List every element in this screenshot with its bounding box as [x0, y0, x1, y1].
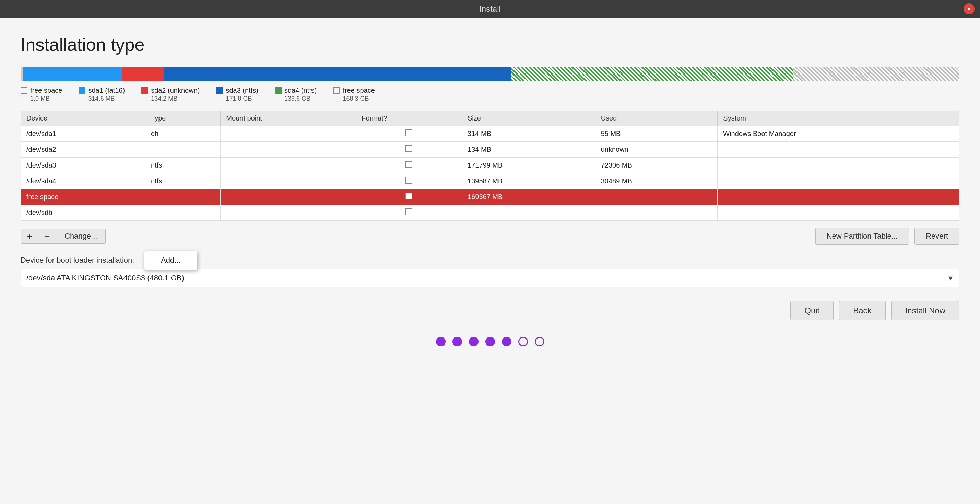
legend-item-free1: free space 1.0 MB — [21, 86, 62, 102]
table-col-device: Device — [21, 111, 145, 126]
progress-dots — [21, 337, 959, 346]
format-checkbox[interactable] — [406, 161, 412, 168]
table-col-mountpoint: Mount point — [221, 111, 356, 126]
legend-item-sda2: sda2 (unknown) 134.2 MB — [141, 86, 200, 102]
table-row[interactable]: /dev/sda4ntfs139587 MB30489 MB — [21, 173, 959, 189]
context-menu: Add... — [144, 250, 197, 270]
titlebar: Install × — [0, 0, 980, 18]
back-button[interactable]: Back — [839, 301, 885, 320]
format-checkbox[interactable] — [406, 129, 412, 136]
table-col-size: Size — [462, 111, 595, 126]
progress-dot-3 — [469, 337, 479, 346]
nav-buttons: Quit Back Install Now — [21, 301, 959, 320]
legend-item-sda1: sda1 (fat16) 314.6 MB — [78, 86, 125, 102]
progress-dot-1 — [436, 337, 445, 346]
new-partition-table-button[interactable]: New Partition Table... — [815, 228, 909, 245]
context-menu-add[interactable]: Add... — [145, 251, 197, 270]
table-controls: + − Change... New Partition Table... Rev… — [21, 228, 959, 245]
table-row[interactable]: /dev/sda3ntfs171799 MB72306 MB — [21, 158, 959, 173]
partition-bar — [21, 67, 959, 81]
main-content: Installation type free space 1.0 MB sda1… — [0, 18, 980, 504]
boot-loader-select[interactable]: /dev/sda ATA KINGSTON SA400S3 (480.1 GB) — [21, 269, 959, 287]
table-col-system: System — [718, 111, 959, 126]
table-row[interactable]: /dev/sda1efi314 MB55 MBWindows Boot Mana… — [21, 126, 959, 142]
window-title: Install — [479, 4, 501, 14]
install-now-button[interactable]: Install Now — [891, 301, 959, 320]
legend-item-free2: free space 168.3 GB — [333, 86, 375, 102]
table-col-type: Type — [145, 111, 221, 126]
progress-dot-2 — [452, 337, 462, 346]
remove-partition-button[interactable]: − — [38, 229, 56, 244]
right-buttons: New Partition Table... Revert — [815, 228, 959, 245]
format-checkbox[interactable] — [406, 193, 412, 199]
quit-button[interactable]: Quit — [790, 301, 834, 320]
add-partition-button[interactable]: + — [21, 229, 38, 244]
format-checkbox[interactable] — [406, 208, 412, 215]
legend-item-sda3: sda3 (ntfs) 171.8 GB — [216, 86, 258, 102]
table-row[interactable]: /dev/sdb — [21, 205, 959, 221]
partition-bar-container: free space 1.0 MB sda1 (fat16) 314.6 MB … — [21, 67, 959, 102]
table-row[interactable]: /dev/sda2134 MBunknown — [21, 142, 959, 158]
progress-dot-7 — [535, 337, 544, 346]
change-partition-button[interactable]: Change... — [56, 229, 106, 244]
partition-legend: free space 1.0 MB sda1 (fat16) 314.6 MB … — [21, 86, 959, 102]
progress-dot-5 — [502, 337, 511, 346]
table-col-used: Used — [595, 111, 718, 126]
revert-button[interactable]: Revert — [915, 228, 959, 245]
page-title: Installation type — [21, 34, 959, 55]
legend-item-sda4: sda4 (ntfs) 139.6 GB — [275, 86, 317, 102]
table-row[interactable]: free space169367 MB — [21, 189, 959, 205]
progress-dot-4 — [485, 337, 495, 346]
boot-loader-select-wrapper: /dev/sda ATA KINGSTON SA400S3 (480.1 GB)… — [21, 269, 959, 287]
format-checkbox[interactable] — [406, 145, 412, 152]
close-button[interactable]: × — [964, 3, 975, 14]
progress-dot-6 — [518, 337, 528, 346]
partition-table: DeviceTypeMount pointFormat?SizeUsedSyst… — [21, 110, 959, 221]
table-col-format: Format? — [356, 111, 462, 126]
format-checkbox[interactable] — [406, 177, 412, 184]
